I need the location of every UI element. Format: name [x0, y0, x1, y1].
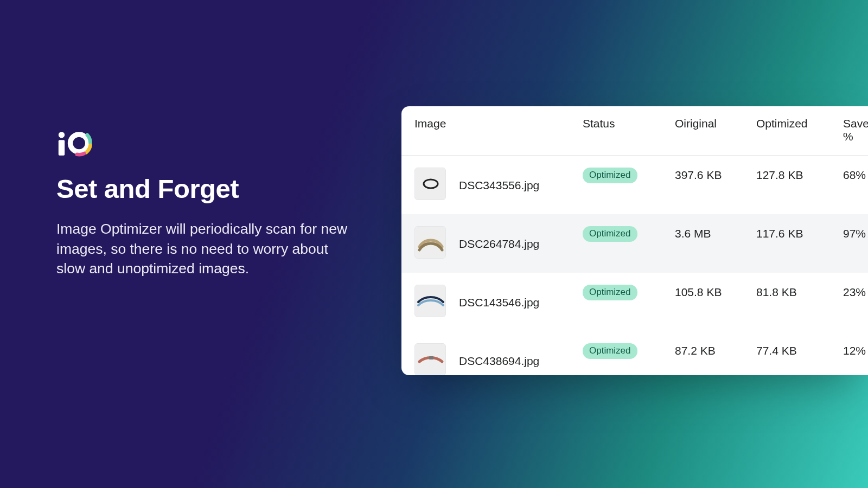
- table-row: DSC438694.jpg Optimized 87.2 KB 77.4 KB …: [401, 331, 868, 375]
- original-size: 87.2 KB: [675, 343, 756, 357]
- col-header-saved: Saved %: [843, 117, 868, 143]
- col-header-original: Oiriginal: [675, 117, 756, 130]
- saved-percent: 97%: [843, 226, 866, 240]
- hero-subtitle: Image Optimizer will periodically scan f…: [56, 219, 349, 279]
- status-cell: Optimized: [583, 226, 675, 242]
- col-header-status: Status: [583, 117, 675, 130]
- optimized-size: 77.4 KB: [756, 343, 843, 357]
- svg-point-0: [59, 132, 65, 138]
- filename: DSC438694.jpg: [459, 351, 539, 368]
- thumbnail-icon: [414, 226, 446, 259]
- table-row: DSC143546.jpg Optimized 105.8 KB 81.8 KB…: [401, 273, 868, 331]
- table-row: DSC264784.jpg Optimized 3.6 MB 117.6 KB …: [401, 214, 868, 273]
- col-header-image: Image: [414, 117, 583, 130]
- status-cell: Optimized: [583, 285, 675, 300]
- thumbnail-icon: [414, 168, 446, 200]
- col-header-optimized: Optimized: [756, 117, 843, 130]
- thumbnail-icon: [414, 343, 446, 375]
- saved-percent: 68%: [843, 168, 866, 182]
- table-row: DSC343556.jpg Optimized 397.6 KB 127.8 K…: [401, 156, 868, 214]
- results-table: Image Status Oiriginal Optimized Saved %…: [401, 106, 868, 375]
- status-badge: Optimized: [583, 343, 637, 359]
- original-size: 105.8 KB: [675, 285, 756, 299]
- saved-percent: 23%: [843, 285, 866, 299]
- hero-section: Set and Forget Image Optimizer will peri…: [56, 128, 349, 279]
- table-header-row: Image Status Oiriginal Optimized Saved %: [401, 106, 868, 156]
- saved-percent: 12%: [843, 343, 866, 357]
- image-cell: DSC264784.jpg: [414, 226, 583, 259]
- status-badge: Optimized: [583, 168, 637, 183]
- io-logo-icon: [56, 128, 95, 158]
- svg-rect-2: [415, 168, 445, 200]
- status-badge: Optimized: [583, 285, 637, 300]
- status-badge: Optimized: [583, 226, 637, 242]
- optimized-size: 127.8 KB: [756, 168, 843, 182]
- optimized-size: 81.8 KB: [756, 285, 843, 299]
- filename: DSC343556.jpg: [459, 176, 539, 192]
- svg-rect-1: [59, 140, 65, 155]
- original-size: 397.6 KB: [675, 168, 756, 182]
- original-size: 3.6 MB: [675, 226, 756, 240]
- filename: DSC264784.jpg: [459, 234, 539, 251]
- image-cell: DSC343556.jpg: [414, 168, 583, 200]
- status-cell: Optimized: [583, 168, 675, 183]
- svg-rect-7: [429, 356, 433, 359]
- image-cell: DSC438694.jpg: [414, 343, 583, 375]
- image-cell: DSC143546.jpg: [414, 285, 583, 317]
- status-cell: Optimized: [583, 343, 675, 359]
- filename: DSC143546.jpg: [459, 293, 539, 309]
- thumbnail-icon: [414, 285, 446, 317]
- hero-title: Set and Forget: [56, 174, 349, 204]
- optimized-size: 117.6 KB: [756, 226, 843, 240]
